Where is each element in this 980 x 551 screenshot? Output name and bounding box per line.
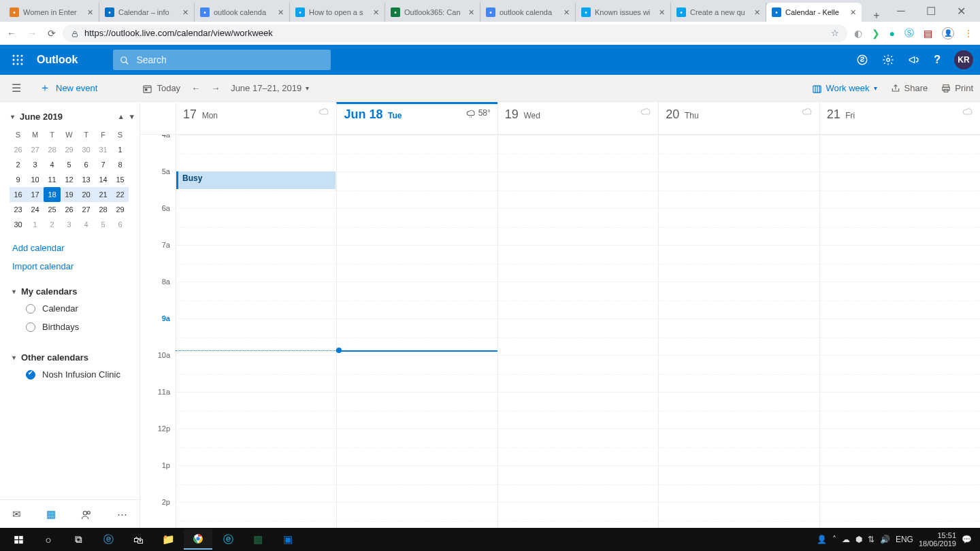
mini-cal-day[interactable]: 29 [61,142,78,157]
time-cell[interactable] [497,502,658,528]
time-cell[interactable] [658,355,819,392]
search-input[interactable] [136,54,324,65]
mini-cal-day[interactable]: 6 [112,217,129,232]
prev-week-button[interactable]: ← [191,83,200,93]
mini-cal-day[interactable]: 3 [27,157,44,172]
close-window-button[interactable]: ✕ [946,0,976,22]
time-cell[interactable] [497,429,658,465]
mini-cal-day[interactable]: 20 [78,187,95,202]
time-cell[interactable] [819,245,980,282]
excel-taskbar-icon[interactable]: ▦ [244,529,272,550]
share-button[interactable]: Share [891,83,928,94]
close-tab-icon[interactable]: ✕ [754,8,760,17]
notifications-tray-icon[interactable]: 💬 [962,535,972,544]
cortana-button[interactable]: ○ [34,529,63,550]
browser-tab[interactable]: •Known issues wi✕ [576,3,671,22]
browser-tab[interactable]: •Calendar - Kelle✕ [766,3,862,22]
time-cell[interactable] [819,502,980,528]
settings-gear-icon[interactable] [882,54,894,67]
time-cell[interactable] [497,171,658,208]
mini-cal-day[interactable]: 11 [44,172,61,187]
view-workweek-button[interactable]: Work week ▾ [812,82,877,93]
mini-cal-day[interactable]: 2 [10,157,27,172]
avatar[interactable]: KR [954,50,973,69]
print-button[interactable]: Print [941,83,973,94]
lang-indicator[interactable]: ENG [896,535,913,544]
next-week-button[interactable]: → [211,83,220,93]
time-cell[interactable] [176,502,336,528]
mini-cal-day[interactable]: 29 [112,202,129,217]
maximize-button[interactable]: ☐ [916,0,946,22]
more-modules-icon[interactable]: ⋯ [117,508,127,520]
mini-cal-day[interactable]: 30 [10,217,27,232]
close-tab-icon[interactable]: ✕ [850,8,856,17]
app-launcher-icon[interactable] [7,49,29,71]
time-cell[interactable] [819,392,980,429]
ext-icon-circle[interactable]: ● [889,28,895,39]
time-cell[interactable] [819,355,980,392]
taskview-button[interactable]: ⧉ [64,529,93,550]
my-calendars-header[interactable]: ▾ My calendars [12,284,133,299]
day-header[interactable]: Jun 18 Tue58° [336,102,497,135]
prev-month-button[interactable]: ▴ [119,112,123,121]
volume-tray-icon[interactable]: 🔊 [880,535,890,544]
mini-calendar[interactable]: SMTWTFS262728293031123456789101112131415… [5,126,140,237]
time-cell[interactable] [658,171,819,208]
time-cell[interactable] [176,429,336,465]
mini-cal-day[interactable]: 5 [61,157,78,172]
megaphone-icon[interactable] [908,54,920,67]
close-tab-icon[interactable]: ✕ [468,8,474,17]
time-cell[interactable] [819,171,980,208]
close-tab-icon[interactable]: ✕ [564,8,570,17]
close-tab-icon[interactable]: ✕ [278,8,284,17]
calendar-module-icon[interactable]: ▦ [46,508,56,520]
time-cell[interactable] [336,355,497,392]
mini-cal-day[interactable]: 26 [10,142,27,157]
edge-taskbar-icon[interactable]: ⓔ [94,529,122,550]
import-calendar-link[interactable]: Import calendar [12,261,133,271]
forward-button[interactable]: → [27,28,37,39]
time-cell[interactable] [497,208,658,245]
time-cell[interactable] [336,282,497,318]
time-cell[interactable] [497,465,658,502]
browser-tab[interactable]: •Create a new qu✕ [671,3,766,22]
mini-cal-day[interactable]: 2 [44,217,61,232]
time-cell[interactable] [658,429,819,465]
close-tab-icon[interactable]: ✕ [182,8,189,17]
time-cell[interactable] [497,245,658,282]
mini-cal-day[interactable]: 28 [44,142,61,157]
time-cell[interactable] [176,245,336,282]
calendar-item-birthdays[interactable]: Birthdays [12,318,133,336]
mini-cal-day[interactable]: 6 [78,157,95,172]
mini-cal-day[interactable]: 3 [61,217,78,232]
chrome-menu-icon[interactable]: ⋮ [964,28,973,39]
browser-tab[interactable]: •outlook calenda✕ [480,3,576,22]
close-tab-icon[interactable]: ✕ [373,8,379,17]
time-cell[interactable] [658,282,819,318]
skype-icon[interactable] [856,54,868,67]
close-tab-icon[interactable]: ✕ [659,8,665,17]
close-tab-icon[interactable]: ✕ [87,8,93,17]
today-button[interactable]: Today [142,82,180,93]
time-cell[interactable] [336,318,497,355]
time-cell[interactable] [336,171,497,208]
time-cell[interactable] [336,392,497,429]
mini-cal-day[interactable]: 18 [44,187,61,202]
time-cell[interactable] [176,465,336,502]
time-cell[interactable] [658,502,819,528]
start-button[interactable] [4,529,33,550]
time-cell[interactable] [819,208,980,245]
store-taskbar-icon[interactable]: 🛍 [124,529,152,550]
time-cell[interactable] [176,318,336,355]
explorer-taskbar-icon[interactable]: 📁 [154,529,182,550]
mini-cal-day[interactable]: 19 [61,187,78,202]
time-cell[interactable] [658,208,819,245]
mini-cal-day[interactable]: 10 [27,172,44,187]
people-tray-icon[interactable]: 👤 [817,535,827,544]
day-header[interactable]: 20 Thu [658,102,819,135]
time-cell[interactable] [819,135,980,171]
time-cell[interactable] [819,429,980,465]
next-month-button[interactable]: ▾ [130,112,134,121]
calendar-item-nosh[interactable]: Nosh Infusion Clinic [12,365,133,384]
time-cell[interactable] [497,392,658,429]
